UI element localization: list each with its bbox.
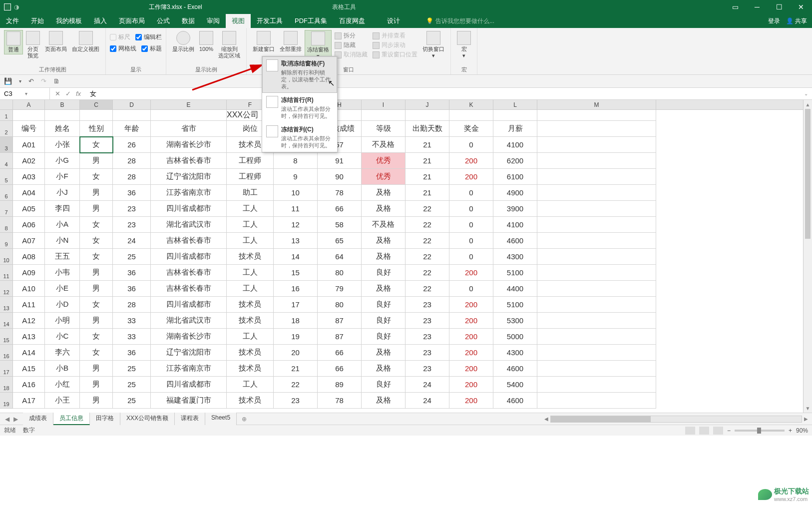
menu-开始[interactable]: 开始 xyxy=(25,14,50,28)
cell-M3[interactable] xyxy=(537,137,656,153)
zoom-button[interactable]: 显示比例 xyxy=(170,30,196,53)
cell-M1[interactable] xyxy=(537,110,656,121)
cell-A10[interactable]: A08 xyxy=(13,249,45,265)
cell-H8[interactable]: 58 xyxy=(318,217,362,233)
row-header-15[interactable]: 15 xyxy=(0,329,13,345)
zoom-in-button[interactable]: + xyxy=(789,427,792,434)
cell-H7[interactable]: 66 xyxy=(318,201,362,217)
cell-E14[interactable]: 湖北省武汉市 xyxy=(151,313,227,329)
cell-D6[interactable]: 36 xyxy=(113,185,151,201)
cell-C15[interactable]: 女 xyxy=(80,329,113,345)
cell-F8[interactable]: 工人 xyxy=(227,217,274,233)
cell-K17[interactable]: 200 xyxy=(449,361,493,377)
cell-H18[interactable]: 89 xyxy=(318,377,362,393)
view-normal-icon[interactable] xyxy=(685,427,695,435)
cell-E4[interactable]: 吉林省长春市 xyxy=(151,153,227,169)
menu-公式[interactable]: 公式 xyxy=(151,14,176,28)
cell-H4[interactable]: 91 xyxy=(318,153,362,169)
cell-F6[interactable]: 助工 xyxy=(227,185,274,201)
cell-M2[interactable] xyxy=(537,121,656,137)
cell-B10[interactable]: 王五 xyxy=(45,249,80,265)
cell-D9[interactable]: 24 xyxy=(113,233,151,249)
cell-J17[interactable]: 23 xyxy=(406,361,449,377)
cell-D2[interactable]: 年龄 xyxy=(113,121,151,137)
row-header-6[interactable]: 6 xyxy=(0,185,13,201)
cell-B1[interactable] xyxy=(45,110,80,121)
row-header-14[interactable]: 14 xyxy=(0,313,13,329)
cell-C7[interactable]: 男 xyxy=(80,201,113,217)
cell-K10[interactable]: 0 xyxy=(449,249,493,265)
cell-J15[interactable]: 23 xyxy=(406,329,449,345)
cell-E9[interactable]: 吉林省长春市 xyxy=(151,233,227,249)
row-header-9[interactable]: 9 xyxy=(0,233,13,249)
cell-D7[interactable]: 23 xyxy=(113,201,151,217)
cancel-formula-icon[interactable]: ✕ xyxy=(55,90,60,97)
cell-L16[interactable]: 4300 xyxy=(493,345,537,361)
cell-I19[interactable]: 及格 xyxy=(362,393,406,409)
cell-M4[interactable] xyxy=(537,153,656,169)
cell-F7[interactable]: 工人 xyxy=(227,201,274,217)
cell-C10[interactable]: 女 xyxy=(80,249,113,265)
cell-D19[interactable]: 25 xyxy=(113,393,151,409)
cell-L14[interactable]: 5300 xyxy=(493,313,537,329)
cell-L1[interactable] xyxy=(493,110,537,121)
cell-J9[interactable]: 22 xyxy=(406,233,449,249)
cell-L12[interactable]: 4400 xyxy=(493,281,537,297)
cell-E12[interactable]: 吉林省长春市 xyxy=(151,281,227,297)
cell-K1[interactable] xyxy=(449,110,493,121)
cell-F15[interactable]: 工人 xyxy=(227,329,274,345)
cell-C9[interactable]: 女 xyxy=(80,233,113,249)
cell-L2[interactable]: 月薪 xyxy=(493,121,537,137)
menu-插入[interactable]: 插入 xyxy=(88,14,113,28)
cell-I17[interactable]: 及格 xyxy=(362,361,406,377)
cell-E10[interactable]: 四川省成都市 xyxy=(151,249,227,265)
cell-K11[interactable]: 200 xyxy=(449,265,493,281)
menu-数据[interactable]: 数据 xyxy=(176,14,201,28)
sheet-tab-Sheet5[interactable]: Sheet5 xyxy=(205,413,237,425)
ribbon-display-options[interactable]: ▭ xyxy=(724,0,746,14)
cell-L5[interactable]: 6100 xyxy=(493,169,537,185)
cell-M8[interactable] xyxy=(537,217,656,233)
cell-L18[interactable]: 5400 xyxy=(493,377,537,393)
cell-A5[interactable]: A03 xyxy=(13,169,45,185)
col-header-L[interactable]: L xyxy=(493,100,537,109)
cell-B17[interactable]: 小B xyxy=(45,361,80,377)
view-pagebreak-icon[interactable] xyxy=(713,427,723,435)
row-header-16[interactable]: 16 xyxy=(0,345,13,361)
cell-M9[interactable] xyxy=(537,233,656,249)
menu-我的模板[interactable]: 我的模板 xyxy=(50,14,88,28)
cell-E18[interactable]: 四川省成都市 xyxy=(151,377,227,393)
cell-L8[interactable]: 4100 xyxy=(493,217,537,233)
cell-D4[interactable]: 28 xyxy=(113,153,151,169)
cell-L3[interactable]: 4100 xyxy=(493,137,537,153)
cell-M11[interactable] xyxy=(537,265,656,281)
cell-E1[interactable] xyxy=(151,110,227,121)
cell-G17[interactable]: 21 xyxy=(274,361,318,377)
cell-E8[interactable]: 湖北省武汉市 xyxy=(151,217,227,233)
sync-scroll-button[interactable]: 同步滚动 xyxy=(373,40,417,50)
cell-J7[interactable]: 22 xyxy=(406,201,449,217)
cell-E15[interactable]: 湖南省长沙市 xyxy=(151,329,227,345)
menu-视图[interactable]: 视图 xyxy=(226,14,251,28)
cell-G9[interactable]: 13 xyxy=(274,233,318,249)
formula-bar-checkbox[interactable]: 编辑栏 xyxy=(135,32,162,42)
cell-J18[interactable]: 24 xyxy=(406,377,449,393)
cell-B11[interactable]: 小韦 xyxy=(45,265,80,281)
cell-E13[interactable]: 四川省成都市 xyxy=(151,297,227,313)
cell-H17[interactable]: 66 xyxy=(318,361,362,377)
view-pagelayout-button[interactable]: 页面布局 xyxy=(43,30,69,53)
cell-K4[interactable]: 200 xyxy=(449,153,493,169)
sheet-tab-田字格[interactable]: 田字格 xyxy=(90,413,120,425)
cell-K13[interactable]: 200 xyxy=(449,297,493,313)
close-button[interactable]: ✕ xyxy=(790,0,812,14)
cell-E2[interactable]: 省市 xyxy=(151,121,227,137)
cell-J10[interactable]: 22 xyxy=(406,249,449,265)
cell-I12[interactable]: 及格 xyxy=(362,281,406,297)
cell-H15[interactable]: 87 xyxy=(318,329,362,345)
zoom-slider[interactable] xyxy=(735,430,785,432)
expand-formula-icon[interactable]: ⌄ xyxy=(800,91,812,96)
col-header-J[interactable]: J xyxy=(406,100,449,109)
tell-me-search[interactable]: 💡 告诉我您想要做什么... xyxy=(426,17,494,25)
cells-area[interactable]: XXX公司编号姓名性别年龄省市岗位工号考核成绩等级出勤天数奖金月薪A01小张女2… xyxy=(13,110,812,409)
cell-B4[interactable]: 小G xyxy=(45,153,80,169)
